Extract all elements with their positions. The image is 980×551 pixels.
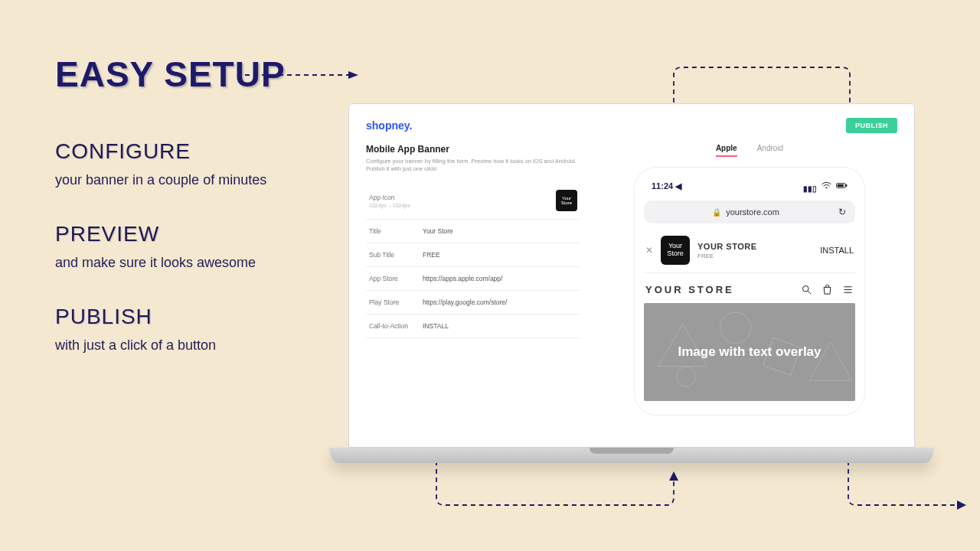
step-desc: with just a click of a button: [55, 335, 292, 355]
banner-app-icon: Your Store: [661, 236, 690, 265]
svg-point-16: [676, 367, 696, 387]
field-label: Title: [366, 220, 420, 243]
svg-point-7: [803, 286, 809, 292]
field-value[interactable]: FREE: [420, 243, 580, 267]
step-heading: PREVIEW: [55, 222, 292, 246]
step-heading: CONFIGURE: [55, 139, 292, 164]
step-desc: your banner in a couple of minutes: [55, 170, 292, 190]
battery-icon: [836, 184, 848, 193]
close-icon[interactable]: ✕: [645, 245, 653, 256]
tab-apple[interactable]: Apple: [716, 144, 737, 157]
hero-title: EASY SETUP: [55, 54, 292, 95]
step-heading: PUBLISH: [55, 305, 292, 329]
search-icon[interactable]: [801, 284, 812, 295]
svg-rect-6: [838, 184, 844, 187]
phone-status-bar: 11:24 ◀ ▮▮▯: [644, 178, 855, 201]
field-label: Play Store: [366, 291, 420, 315]
svg-marker-3: [957, 500, 966, 510]
field-label: Call-to-Action: [366, 315, 420, 338]
svg-marker-1: [348, 71, 358, 79]
field-value[interactable]: https://apps.apple.com/app/: [420, 267, 580, 291]
field-playstore[interactable]: Play Store https://play.google.com/store…: [366, 291, 580, 315]
hero-image-placeholder: Image with text overlay: [644, 303, 855, 401]
field-cta[interactable]: Call-to-Action INSTALL: [366, 315, 580, 338]
field-label: App Icon: [369, 194, 395, 201]
lock-icon: 🔒: [712, 208, 721, 217]
location-icon: ◀: [675, 181, 681, 191]
field-subtitle[interactable]: Sub Title FREE: [366, 243, 580, 267]
svg-marker-2: [669, 471, 678, 481]
store-name: YOUR STORE: [645, 284, 734, 295]
config-desc: Configure your banner by filling the for…: [366, 158, 580, 173]
step-configure: CONFIGURE your banner in a couple of min…: [55, 139, 292, 190]
config-title: Mobile App Banner: [366, 144, 580, 155]
field-label: Sub Title: [366, 243, 420, 267]
banner-subtitle: FREE: [697, 253, 812, 259]
step-publish: PUBLISH with just a click of a button: [55, 305, 292, 355]
publish-button[interactable]: PUBLISH: [846, 118, 897, 133]
field-value[interactable]: INSTALL: [420, 315, 580, 338]
laptop-base: [329, 448, 934, 463]
wifi-icon: [821, 184, 835, 193]
field-label: App Store: [366, 267, 420, 291]
app-icon-thumb[interactable]: Your Store: [556, 190, 577, 211]
refresh-icon[interactable]: ↻: [838, 207, 846, 217]
menu-icon[interactable]: [842, 284, 854, 295]
field-value[interactable]: https://play.google.com/store/: [420, 291, 580, 315]
step-preview: PREVIEW and make sure it looks awesome: [55, 222, 292, 272]
svg-rect-5: [846, 184, 847, 186]
config-panel: Mobile App Banner Configure your banner …: [366, 144, 580, 415]
banner-title: YOUR STORE: [697, 242, 812, 251]
field-value[interactable]: Your Store: [420, 220, 580, 243]
field-app-icon[interactable]: App Icon 1024px – 1024px Your Store: [366, 182, 580, 220]
status-time: 11:24: [652, 181, 673, 191]
bag-icon[interactable]: [822, 284, 833, 295]
field-title[interactable]: Title Your Store: [366, 220, 580, 243]
smart-app-banner: ✕ Your Store YOUR STORE FREE INSTALL: [644, 231, 855, 273]
preview-tabs: Apple Android: [716, 144, 783, 157]
laptop-screen: shopney. PUBLISH Mobile App Banner Confi…: [348, 103, 915, 448]
field-appstore[interactable]: App Store https://apps.apple.com/app/: [366, 267, 580, 291]
signal-icon: ▮▮▯: [803, 184, 817, 193]
svg-point-13: [720, 312, 750, 343]
step-desc: and make sure it looks awesome: [55, 253, 292, 272]
laptop-mockup: shopney. PUBLISH Mobile App Banner Confi…: [329, 103, 934, 471]
tab-android[interactable]: Android: [757, 144, 783, 157]
preview-panel: Apple Android 11:24 ◀ ▮▮▯: [602, 144, 897, 415]
laptop-notch: [590, 448, 674, 454]
banner-cta-button[interactable]: INSTALL: [820, 246, 854, 255]
address-url: yourstore.com: [726, 207, 779, 217]
store-header: YOUR STORE: [644, 281, 855, 303]
address-bar[interactable]: 🔒 yourstore.com ↻: [644, 201, 855, 223]
field-helper: 1024px – 1024px: [369, 203, 416, 208]
brand-logo: shopney.: [366, 119, 412, 132]
svg-line-8: [808, 291, 811, 294]
hero-text: Image with text overlay: [662, 344, 836, 360]
phone-preview: 11:24 ◀ ▮▮▯: [635, 168, 864, 415]
